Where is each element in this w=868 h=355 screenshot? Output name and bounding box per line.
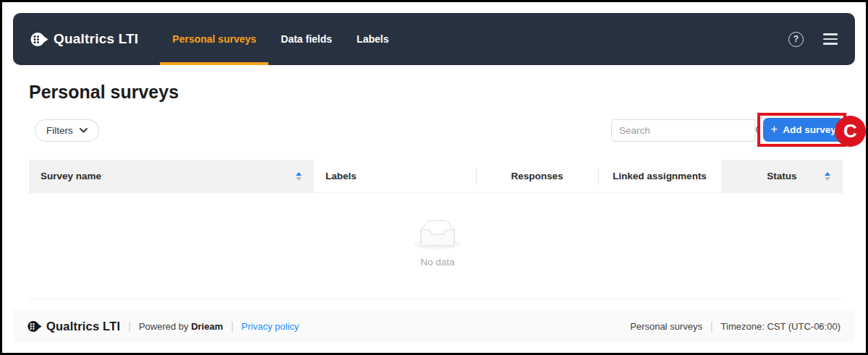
column-header-labels: Labels [314,160,476,192]
search-input[interactable] [612,120,754,141]
sort-caret-down-icon [825,177,830,181]
divider: | [128,320,131,332]
footer-brand-name: Qualtrics LTI [46,320,120,333]
sort-icon[interactable] [296,172,302,181]
footer-context: Personal surveys [630,321,702,332]
sort-caret-down-icon [296,177,302,181]
add-survey-label: Add survey [783,124,836,135]
tab-labels[interactable]: Labels [344,13,401,65]
divider: | [231,320,234,332]
tab-data-fields[interactable]: Data fields [268,13,344,65]
search-box [611,119,758,142]
menu-icon[interactable] [823,33,838,45]
brand: Qualtrics LTI [30,31,138,48]
empty-state-text: No data [420,257,454,268]
brand-name: Qualtrics LTI [54,31,138,47]
empty-inbox-icon [414,220,461,249]
tab-personal-surveys[interactable]: Personal surveys [160,13,268,65]
chevron-down-icon [80,128,88,133]
plus-icon: + [770,123,778,135]
filters-button[interactable]: Filters [35,119,99,142]
column-header-survey-name[interactable]: Survey name [29,160,314,192]
column-header-linked-assignments: Linked assignments [598,160,721,192]
filters-label: Filters [46,125,73,136]
table-empty-state: No data [394,220,481,268]
search-icon[interactable] [754,120,758,141]
table-header-row: Survey name Labels Responses Linked assi… [29,160,843,193]
nav-tabs: Personal surveys Data fields Labels [160,13,401,65]
powered-by: Powered by Drieam [139,321,223,332]
column-header-status[interactable]: Status [721,160,843,192]
footer-divider [29,299,843,299]
footer-right: Personal surveys | Timezone: CST (UTC-06… [630,320,841,332]
powered-by-name: Drieam [191,321,223,332]
add-survey-button[interactable]: + Add survey [763,118,843,142]
sort-caret-up-icon [825,172,830,176]
qualtrics-logo-icon [27,320,42,333]
privacy-policy-link[interactable]: Privacy policy [242,321,299,332]
app-window: { "navbar": { "brand": "Qualtrics LTI", … [0,0,868,355]
footer-brand: Qualtrics LTI [27,320,120,333]
help-icon[interactable]: ? [788,32,804,47]
page-title: Personal surveys [29,82,179,103]
annotation-badge: C [835,116,866,147]
qualtrics-logo-icon [30,31,48,48]
footer-left: Qualtrics LTI | Powered by Drieam | Priv… [27,320,299,333]
navbar-actions: ? [788,32,838,47]
sort-caret-up-icon [296,172,302,176]
footer: Qualtrics LTI | Powered by Drieam | Priv… [13,309,855,343]
top-navbar: Qualtrics LTI Personal surveys Data fiel… [13,13,855,65]
divider: | [710,320,713,332]
footer-timezone: Timezone: CST (UTC-06:00) [721,321,841,332]
sort-icon[interactable] [825,172,830,181]
column-header-responses: Responses [476,160,598,192]
